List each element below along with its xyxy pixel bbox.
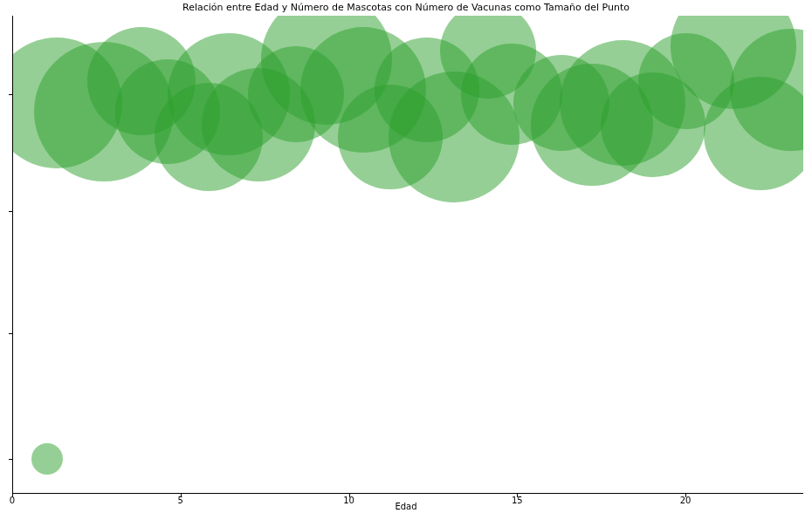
chart-title: Relación entre Edad y Número de Mascotas… — [0, 2, 812, 13]
y-tick — [9, 211, 12, 212]
x-axis-label: Edad — [0, 502, 812, 511]
plot-area — [12, 16, 803, 494]
y-tick — [9, 333, 12, 334]
bubble-chart: Relación entre Edad y Número de Mascotas… — [0, 0, 812, 513]
y-tick — [9, 94, 12, 95]
data-point — [31, 443, 63, 475]
y-tick — [9, 459, 12, 460]
